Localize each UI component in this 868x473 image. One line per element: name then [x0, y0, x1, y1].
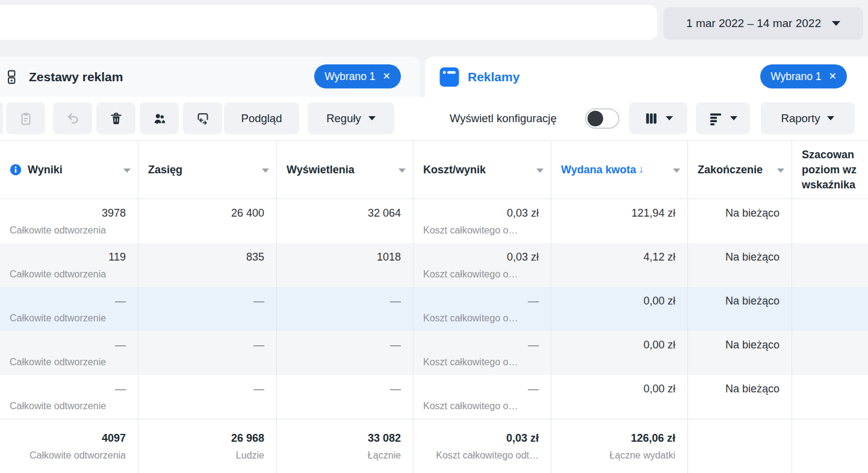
- ab-test-icon: [196, 111, 210, 126]
- reports-button[interactable]: Raporty: [761, 102, 855, 134]
- total-sublabel: Całkowite odtworzenia: [0, 450, 138, 462]
- columns-button[interactable]: [629, 102, 687, 134]
- chevron-down-icon: [832, 21, 840, 26]
- cell-sublabel: Koszt całkowitego o…: [414, 312, 551, 324]
- cell-sublabel: Koszt całkowitego o…: [414, 356, 551, 368]
- chevron-down-icon[interactable]: [123, 168, 131, 173]
- cell-value: —: [277, 338, 413, 351]
- cell-value: —: [277, 294, 413, 308]
- cell-value: 0,00 zł: [551, 338, 687, 351]
- breakdown-icon: [708, 111, 723, 126]
- cutoff-button[interactable]: [0, 102, 3, 134]
- cell-value: 4,12 zł: [551, 250, 687, 264]
- cell-sublabel: Koszt całkowitego o…: [414, 268, 551, 280]
- cell-value: 835: [138, 250, 276, 264]
- breakdown-button[interactable]: [696, 102, 750, 134]
- ad-sets-icon: [6, 70, 20, 84]
- column-label: Szacowan poziom wz wskaźnika: [802, 147, 857, 193]
- cell-sublabel: Koszt całkowitego o…: [414, 400, 551, 412]
- column-header-results[interactable]: Wyniki: [0, 141, 138, 199]
- ads-manager-screen: 1 mar 2022 – 14 mar 2022 Zestawy reklam …: [0, 0, 868, 473]
- toolbar: Podgląd Reguły Wyświetl konfigurację: [0, 97, 868, 140]
- chevron-down-icon: [730, 116, 737, 120]
- toggle-knob: [587, 111, 603, 126]
- undo-icon: [66, 111, 80, 126]
- column-header-ends[interactable]: Zakończenie: [688, 141, 792, 199]
- column-label: Wydana kwota: [561, 164, 636, 176]
- display-config-label: Wyświetl konfigurację: [450, 97, 557, 140]
- table-row[interactable]: —Całkowite odtworzenie — — —Koszt całkow…: [0, 331, 868, 375]
- chevron-down-icon[interactable]: [777, 168, 784, 173]
- chevron-down-icon[interactable]: [673, 168, 680, 173]
- delete-button[interactable]: [96, 102, 135, 134]
- column-header-reach[interactable]: Zasięg: [138, 141, 277, 199]
- cell-value: 0,00 zł: [551, 382, 687, 395]
- display-config-toggle[interactable]: [585, 108, 619, 129]
- cell-value: 0,03 zł: [414, 250, 551, 264]
- columns-icon: [644, 111, 659, 126]
- selected-count-label: Wybrano 1: [770, 70, 821, 83]
- cell-value: 32 064: [277, 206, 413, 220]
- chevron-down-icon: [368, 116, 376, 120]
- search-filter-bar[interactable]: [0, 5, 657, 40]
- undo-button[interactable]: [53, 102, 92, 134]
- table-row[interactable]: 3978Całkowite odtworzenia 26 400 32 064 …: [0, 199, 868, 243]
- table-row[interactable]: 119Całkowite odtworzenia 835 1018 0,03 z…: [0, 243, 868, 287]
- ads-selected-badge[interactable]: Wybrano 1 ✕: [760, 64, 847, 88]
- chevron-down-icon[interactable]: [262, 168, 269, 173]
- cell-value: Na bieżąco: [688, 382, 792, 395]
- chevron-down-icon[interactable]: [536, 168, 544, 173]
- close-icon[interactable]: ✕: [383, 72, 391, 81]
- cell-value: Na bieżąco: [688, 250, 792, 264]
- cell-sublabel: Całkowite odtworzenie: [0, 400, 138, 412]
- total-sublabel: Łącznie: [277, 450, 413, 462]
- total-value: 126,06 zł: [551, 431, 687, 445]
- tab-ads[interactable]: Reklamy Wybrano 1 ✕: [425, 57, 868, 97]
- preview-button[interactable]: Podgląd: [224, 102, 299, 134]
- close-icon[interactable]: ✕: [829, 72, 837, 81]
- column-header-amount-spent[interactable]: Wydana kwota ↓: [551, 141, 688, 199]
- date-range-button[interactable]: 1 mar 2022 – 14 mar 2022: [663, 7, 863, 40]
- total-sublabel: Ludzie: [138, 450, 276, 462]
- cell-value: Na bieżąco: [688, 206, 792, 220]
- ab-test-button[interactable]: [183, 102, 222, 134]
- column-label: Koszt/wynik: [423, 164, 486, 176]
- total-value: 4097: [0, 431, 138, 445]
- info-icon[interactable]: [10, 164, 22, 176]
- table-row-selected[interactable]: —Całkowite odtworzenie — — —Koszt całkow…: [0, 287, 868, 331]
- preview-label: Podgląd: [241, 112, 282, 125]
- ad-sets-selected-badge[interactable]: Wybrano 1 ✕: [314, 64, 401, 88]
- tab-ad-sets[interactable]: Zestawy reklam Wybrano 1 ✕: [0, 57, 420, 97]
- cell-value: —: [414, 294, 551, 308]
- cell-value: —: [414, 338, 551, 351]
- selected-count-label: Wybrano 1: [324, 70, 375, 83]
- column-label: Wyświetlenia: [287, 164, 355, 176]
- rules-button[interactable]: Reguły: [308, 102, 394, 134]
- edit-audience-button[interactable]: [140, 102, 179, 134]
- totals-row: 4097Całkowite odtworzenia 26 968Ludzie 3…: [0, 419, 868, 473]
- total-value: 0,03 zł: [414, 431, 551, 445]
- cell-value: 0,03 zł: [414, 206, 551, 220]
- results-table: Wyniki Zasięg Wyświetlenia Koszt/wynik W…: [0, 140, 868, 473]
- duplicate-button[interactable]: [6, 102, 45, 134]
- cell-value: Na bieżąco: [688, 294, 792, 308]
- table-row[interactable]: —Całkowite odtworzenie — — —Koszt całkow…: [0, 375, 868, 419]
- cell-value: —: [0, 294, 138, 308]
- column-header-impressions[interactable]: Wyświetlenia: [277, 141, 414, 199]
- chevron-down-icon[interactable]: [398, 168, 406, 173]
- tab-ads-label: Reklamy: [468, 70, 519, 84]
- cell-sublabel: Całkowite odtworzenie: [0, 312, 138, 324]
- cell-value: Na bieżąco: [688, 338, 792, 351]
- total-value: 26 968: [138, 431, 276, 445]
- cell-value: —: [414, 382, 551, 395]
- cell-sublabel: Koszt całkowitego o…: [414, 224, 551, 236]
- add-people-icon: [152, 111, 167, 126]
- table-header-row: Wyniki Zasięg Wyświetlenia Koszt/wynik W…: [0, 140, 868, 199]
- cell-value: 119: [0, 250, 138, 264]
- cell-value: —: [138, 294, 276, 308]
- reports-label: Raporty: [781, 112, 820, 125]
- cell-value: 0,00 zł: [551, 294, 687, 308]
- column-header-estimated[interactable]: Szacowan poziom wz wskaźnika: [792, 141, 868, 199]
- column-label: Zakończenie: [698, 164, 763, 176]
- column-header-cost-per-result[interactable]: Koszt/wynik: [414, 141, 551, 199]
